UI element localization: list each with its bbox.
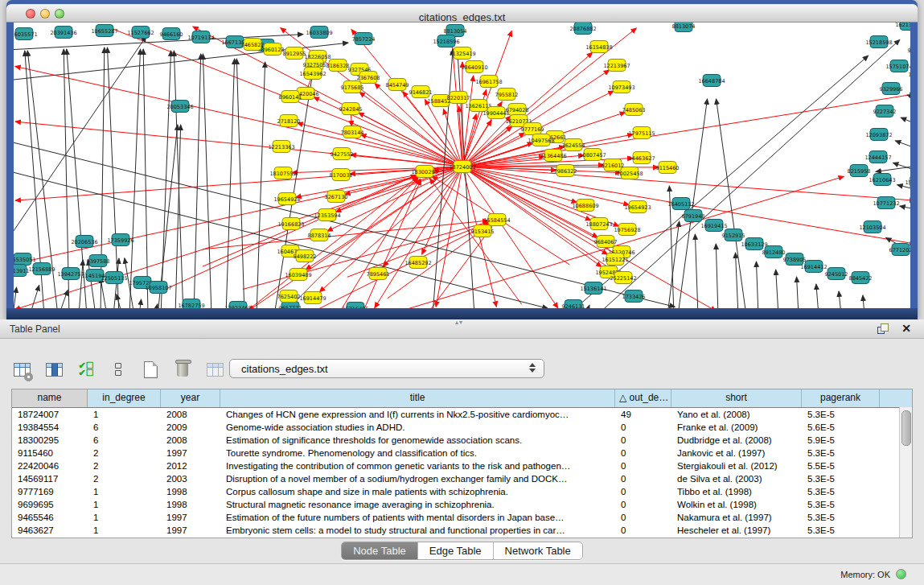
float-panel-icon[interactable] — [877, 323, 889, 334]
graph-node[interactable]: 12353594 — [314, 209, 340, 221]
graph-node[interactable]: 7986322 — [554, 165, 577, 177]
table-row[interactable]: 969969511998Structural magnetic resonanc… — [12, 498, 912, 511]
graph-node[interactable]: 10633129 — [741, 238, 767, 250]
close-panel-icon[interactable]: ✕ — [901, 322, 911, 335]
network-view[interactable]: 1603557120391436106552871152766294661601… — [14, 23, 910, 308]
table-row[interactable]: 946362711997Embryonic stem cells: a mode… — [12, 524, 912, 537]
citation-edge-black[interactable] — [776, 270, 778, 308]
tab-network-table[interactable]: Network Table — [494, 542, 582, 559]
graph-node[interactable]: 12923468 — [224, 302, 251, 309]
graph-node[interactable]: 12093872 — [865, 129, 892, 141]
graph-node[interactable]: 7895461 — [367, 268, 390, 280]
show-columns-icon[interactable] — [43, 359, 64, 380]
citation-edge-black[interactable] — [893, 163, 910, 172]
column-header-name[interactable]: name — [12, 389, 88, 407]
graph-node[interactable]: 14463627 — [628, 152, 655, 164]
graph-node[interactable]: 9115460 — [656, 162, 680, 174]
graph-node[interactable]: 7955812 — [495, 89, 519, 101]
graph-node[interactable]: 1733426 — [622, 290, 646, 303]
citation-edge-black[interactable] — [907, 95, 910, 101]
graph-node[interactable]: 9175685 — [341, 81, 364, 93]
graph-node[interactable]: 15218598 — [865, 36, 892, 48]
tab-edge-table[interactable]: Edge Table — [418, 542, 494, 559]
citation-edge-black[interactable] — [900, 206, 910, 211]
graph-node[interactable]: 19756928 — [614, 224, 640, 236]
graph-node[interactable]: 16154838 — [585, 41, 612, 53]
select-columns-icon[interactable]: ✔☐✔☐ — [76, 359, 97, 380]
citation-edge-black[interactable] — [31, 285, 39, 308]
graph-node[interactable]: 16033809 — [306, 27, 332, 39]
citation-edge-black[interactable] — [14, 36, 146, 240]
graph-node[interactable]: 8454749 — [386, 79, 409, 91]
graph-node[interactable]: 16035571 — [14, 28, 38, 40]
graph-node[interactable]: 17975115 — [628, 127, 655, 139]
graph-node[interactable]: 10655287 — [91, 25, 117, 37]
graph-node[interactable]: 17359926 — [107, 234, 133, 246]
graph-node[interactable]: 8220317 — [447, 92, 470, 104]
new-column-icon[interactable] — [140, 359, 161, 380]
citation-edge-black[interactable] — [695, 234, 698, 308]
citation-edge-black[interactable] — [129, 49, 140, 308]
graph-node[interactable]: 16961758 — [475, 76, 502, 88]
tab-node-table[interactable]: Node Table — [342, 542, 418, 559]
graph-node[interactable]: 6791948 — [682, 210, 705, 222]
graph-node[interactable]: 9146821 — [409, 86, 433, 98]
graph-node[interactable]: 16039489 — [285, 269, 311, 281]
delete-column-icon[interactable] — [172, 359, 193, 380]
citation-edge-red[interactable] — [427, 227, 491, 308]
column-header-out-degree[interactable]: △ out_de… — [615, 389, 671, 407]
citation-edge-black[interactable] — [716, 244, 718, 308]
citation-edge-red[interactable] — [464, 167, 621, 173]
graph-node[interactable]: 8960123 — [261, 43, 285, 56]
citation-edge-black[interactable] — [79, 260, 83, 308]
graph-node[interactable]: 8912480 — [762, 246, 786, 258]
citation-edge-black[interactable] — [895, 141, 910, 150]
graph-node[interactable]: 10771232 — [873, 197, 899, 209]
citation-edge-black[interactable] — [174, 51, 183, 308]
graph-node[interactable]: 8186328 — [326, 60, 350, 72]
table-row[interactable]: 977716911998Corpus callosum shape and si… — [12, 485, 912, 498]
graph-node[interactable]: 10688609 — [572, 200, 598, 212]
panel-divider-grip[interactable]: ▴▾ — [455, 319, 463, 326]
graph-node[interactable]: 9329966 — [880, 83, 903, 95]
citation-edge-red[interactable] — [429, 179, 521, 305]
graph-node[interactable]: 9245012 — [825, 268, 848, 280]
graph-node[interactable]: 7485063 — [622, 104, 646, 116]
graph-node[interactable]: 18107552 — [269, 167, 296, 179]
graph-node[interactable]: 6771203 — [889, 244, 910, 256]
graph-node[interactable]: 12444157 — [864, 151, 891, 163]
citation-edge-black[interactable] — [797, 277, 799, 308]
graph-node[interactable]: 10719134 — [187, 31, 214, 43]
citation-edge-black[interactable] — [139, 299, 141, 308]
citation-edge-black[interactable] — [14, 287, 17, 308]
graph-node[interactable]: 15136141 — [580, 282, 606, 295]
citation-edge-red[interactable] — [463, 168, 558, 308]
citation-edge-black[interactable] — [117, 295, 122, 308]
citation-edge-black[interactable] — [226, 59, 235, 308]
graph-node[interactable]: 16782759 — [178, 299, 204, 309]
citation-edge-red[interactable] — [298, 123, 461, 167]
citation-edge-black[interactable] — [107, 47, 118, 308]
column-header-year[interactable]: year — [161, 389, 220, 407]
table-row[interactable]: 1938455462009Genome-wide association stu… — [12, 421, 912, 434]
graph-node[interactable]: 15953123 — [905, 176, 910, 188]
graph-node[interactable]: 10807457 — [579, 149, 606, 161]
graph-node[interactable]: 6794028 — [506, 104, 529, 116]
graph-node[interactable]: 9227342 — [873, 105, 897, 117]
citation-edge-red[interactable] — [422, 168, 462, 254]
graph-node[interactable]: 12752301 — [908, 68, 910, 80]
graph-node[interactable]: 16919415 — [700, 220, 727, 232]
graph-node[interactable]: 19654923 — [624, 201, 651, 213]
scrollbar-thumb[interactable] — [901, 410, 911, 446]
row-height-icon[interactable] — [108, 359, 129, 380]
graph-node[interactable]: 8813074 — [672, 23, 696, 32]
column-header-short[interactable]: short — [671, 389, 802, 407]
citation-edge-black[interactable] — [863, 295, 864, 308]
graph-node[interactable]: 8845422 — [849, 272, 873, 284]
graph-node[interactable]: 12156889 — [28, 263, 55, 275]
graph-node[interactable]: 9294202 — [908, 44, 910, 56]
graph-node[interactable]: 15716485 — [342, 303, 368, 309]
graph-node[interactable]: 7803144 — [341, 126, 364, 138]
table-row[interactable]: 1456911722003Disruption of a novel membe… — [12, 472, 912, 485]
graph-node[interactable]: 7625402 — [277, 290, 301, 303]
